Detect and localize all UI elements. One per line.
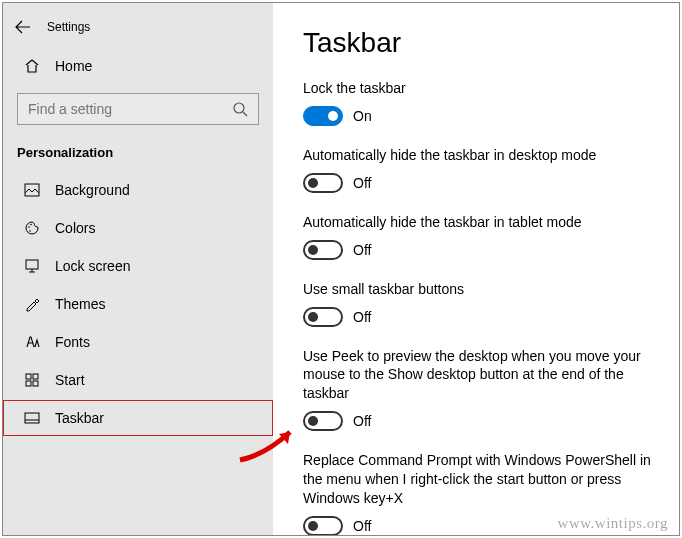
start-icon	[23, 371, 41, 389]
toggle-state: Off	[353, 518, 371, 534]
toggle-lock-taskbar[interactable]	[303, 106, 343, 126]
nav-label: Fonts	[55, 334, 90, 350]
image-icon	[23, 181, 41, 199]
home-icon	[23, 57, 41, 75]
svg-line-1	[243, 112, 247, 116]
toggle-state: Off	[353, 309, 371, 325]
sidebar-item-fonts[interactable]: Fonts	[3, 324, 273, 360]
svg-rect-6	[26, 260, 38, 269]
svg-rect-12	[33, 381, 38, 386]
toggle-small-buttons[interactable]	[303, 307, 343, 327]
main-content: Taskbar Lock the taskbar On Automaticall…	[273, 3, 679, 535]
svg-rect-11	[26, 381, 31, 386]
toggle-powershell[interactable]	[303, 516, 343, 535]
sidebar-item-themes[interactable]: Themes	[3, 286, 273, 322]
setting-label: Use small taskbar buttons	[303, 280, 651, 299]
svg-point-4	[30, 224, 32, 226]
toggle-peek[interactable]	[303, 411, 343, 431]
nav-label: Colors	[55, 220, 95, 236]
search-box[interactable]	[17, 93, 259, 125]
svg-rect-13	[25, 413, 39, 423]
back-arrow-icon	[15, 20, 31, 34]
svg-point-5	[29, 230, 31, 232]
svg-rect-10	[33, 374, 38, 379]
sidebar-item-start[interactable]: Start	[3, 362, 273, 398]
setting-small-buttons: Use small taskbar buttons Off	[303, 280, 651, 327]
sidebar-header: Settings	[3, 13, 273, 49]
svg-rect-9	[26, 374, 31, 379]
toggle-state: Off	[353, 242, 371, 258]
search-icon	[232, 101, 248, 117]
themes-icon	[23, 295, 41, 313]
nav-label: Taskbar	[55, 410, 104, 426]
toggle-state: Off	[353, 175, 371, 191]
setting-peek: Use Peek to preview the desktop when you…	[303, 347, 651, 432]
svg-point-3	[28, 226, 30, 228]
fonts-icon	[23, 333, 41, 351]
svg-point-0	[234, 103, 244, 113]
setting-label: Automatically hide the taskbar in deskto…	[303, 146, 651, 165]
lock-screen-icon	[23, 257, 41, 275]
category-label: Personalization	[3, 139, 273, 172]
toggle-autohide-desktop[interactable]	[303, 173, 343, 193]
sidebar: Settings Home Personalization Background…	[3, 3, 273, 535]
back-button[interactable]	[15, 19, 31, 35]
nav-label: Start	[55, 372, 85, 388]
toggle-state: Off	[353, 413, 371, 429]
sidebar-item-lock-screen[interactable]: Lock screen	[3, 248, 273, 284]
nav-label: Background	[55, 182, 130, 198]
svg-rect-2	[25, 184, 39, 196]
nav-label: Lock screen	[55, 258, 130, 274]
home-label: Home	[55, 58, 92, 74]
setting-autohide-tablet: Automatically hide the taskbar in tablet…	[303, 213, 651, 260]
toggle-state: On	[353, 108, 372, 124]
app-title: Settings	[47, 20, 90, 34]
sidebar-item-taskbar[interactable]: Taskbar	[3, 400, 273, 436]
nav-label: Themes	[55, 296, 106, 312]
search-input[interactable]	[28, 101, 232, 117]
setting-label: Automatically hide the taskbar in tablet…	[303, 213, 651, 232]
setting-lock-taskbar: Lock the taskbar On	[303, 79, 651, 126]
page-title: Taskbar	[303, 27, 651, 59]
setting-label: Lock the taskbar	[303, 79, 651, 98]
palette-icon	[23, 219, 41, 237]
watermark: www.wintips.org	[558, 515, 668, 532]
sidebar-home[interactable]: Home	[3, 49, 273, 83]
taskbar-icon	[23, 409, 41, 427]
setting-label: Replace Command Prompt with Windows Powe…	[303, 451, 651, 508]
sidebar-item-colors[interactable]: Colors	[3, 210, 273, 246]
toggle-autohide-tablet[interactable]	[303, 240, 343, 260]
setting-autohide-desktop: Automatically hide the taskbar in deskto…	[303, 146, 651, 193]
sidebar-item-background[interactable]: Background	[3, 172, 273, 208]
setting-label: Use Peek to preview the desktop when you…	[303, 347, 651, 404]
